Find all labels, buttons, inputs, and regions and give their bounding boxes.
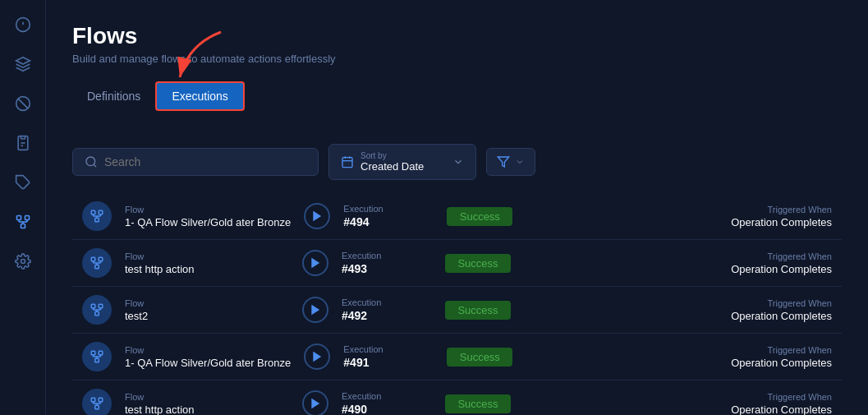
trigger-label: Triggered When	[731, 392, 832, 402]
execution-label: Execution	[342, 297, 432, 307]
svg-rect-35	[99, 257, 103, 261]
execution-number: #493	[342, 262, 432, 275]
block-icon[interactable]	[11, 92, 34, 115]
tab-definitions[interactable]: Definitions	[72, 83, 155, 109]
trigger-info: Triggered When Operation Completes	[731, 205, 832, 228]
page-title: Flows	[72, 23, 842, 49]
execution-info: Execution #491	[343, 344, 434, 369]
sidebar	[0, 0, 46, 415]
execution-label: Execution	[343, 204, 434, 214]
tag-icon[interactable]	[11, 171, 34, 194]
sort-value-text: Created Date	[361, 160, 424, 173]
table-row[interactable]: Flow test http action Execution #490 Suc…	[72, 380, 842, 415]
svg-line-20	[94, 164, 96, 167]
toolbar: Sort by Created Date	[72, 144, 842, 180]
trigger-value: Operation Completes	[731, 216, 832, 228]
svg-rect-27	[99, 210, 103, 214]
svg-rect-52	[95, 358, 99, 362]
svg-rect-58	[91, 398, 95, 402]
trigger-label: Triggered When	[731, 205, 832, 214]
trigger-value: Operation Completes	[731, 263, 832, 275]
execution-info: Execution #493	[342, 251, 432, 275]
svg-rect-26	[91, 210, 95, 214]
execution-label: Execution	[343, 344, 434, 354]
tab-executions[interactable]: Executions	[155, 81, 244, 111]
execution-info: Execution #492	[342, 297, 432, 322]
svg-rect-36	[95, 265, 99, 269]
flow-icon-cell	[82, 295, 112, 325]
trigger-value: Operation Completes	[731, 310, 832, 322]
page-subtitle: Build and manage flows to automate actio…	[72, 53, 842, 65]
trigger-info: Triggered When Operation Completes	[731, 345, 832, 369]
svg-rect-21	[342, 158, 352, 168]
flow-label: Flow	[125, 298, 289, 308]
main-content: Flows Build and manage flows to automate…	[46, 0, 868, 415]
svg-rect-12	[21, 224, 25, 228]
calendar-icon	[341, 155, 354, 168]
svg-line-5	[18, 99, 28, 108]
status-badge: Success	[447, 348, 512, 367]
flow-label: Flow	[125, 392, 289, 402]
status-badge: Success	[445, 301, 511, 320]
notifications-icon[interactable]	[11, 13, 34, 36]
trigger-value: Operation Completes	[731, 357, 832, 369]
svg-rect-44	[95, 311, 99, 316]
filter-chevron-icon	[515, 157, 525, 167]
svg-rect-51	[99, 351, 103, 355]
tabs-container: Definitions Executions	[72, 81, 245, 111]
play-button[interactable]	[304, 203, 330, 229]
svg-marker-41	[312, 259, 319, 268]
trigger-info: Triggered When Operation Completes	[731, 251, 832, 275]
svg-rect-42	[91, 304, 95, 308]
table-row[interactable]: Flow 1- QA Flow Silver/Gold ater Bronze …	[72, 193, 842, 240]
settings-icon[interactable]	[11, 250, 34, 273]
layers-icon[interactable]	[11, 53, 34, 76]
trigger-info: Triggered When Operation Completes	[731, 298, 832, 322]
trigger-label: Triggered When	[731, 345, 832, 355]
svg-point-17	[21, 260, 25, 264]
sort-dropdown[interactable]: Sort by Created Date	[328, 144, 476, 180]
clipboard-icon[interactable]	[11, 131, 34, 154]
trigger-label: Triggered When	[731, 298, 832, 308]
flow-name: test http action	[125, 403, 289, 416]
svg-rect-10	[16, 216, 21, 220]
execution-label: Execution	[342, 251, 432, 261]
flow-icon-cell	[82, 389, 112, 415]
flow-info: Flow 1- QA Flow Silver/Gold ater Bronze	[125, 345, 291, 369]
play-button[interactable]	[302, 390, 328, 415]
trigger-label: Triggered When	[731, 251, 832, 261]
play-button[interactable]	[304, 344, 330, 370]
flow-name: 1- QA Flow Silver/Gold ater Bronze	[125, 216, 291, 228]
svg-rect-60	[95, 405, 99, 409]
chevron-down-icon	[452, 156, 464, 168]
search-input[interactable]	[104, 155, 306, 168]
svg-marker-49	[312, 306, 319, 315]
play-button[interactable]	[302, 297, 328, 323]
table-row[interactable]: Flow test2 Execution #492 Success Trigge…	[72, 287, 842, 334]
svg-marker-25	[498, 157, 508, 167]
status-badge: Success	[445, 394, 511, 413]
execution-number: #492	[342, 309, 432, 322]
flow-icon-cell	[82, 201, 112, 231]
flows-icon[interactable]	[11, 210, 34, 233]
table-row[interactable]: Flow test http action Execution #493 Suc…	[72, 240, 842, 287]
flow-info: Flow 1- QA Flow Silver/Gold ater Bronze	[125, 205, 291, 228]
flow-name: test2	[125, 310, 289, 322]
table-row[interactable]: Flow 1- QA Flow Silver/Gold ater Bronze …	[72, 334, 842, 380]
svg-marker-57	[314, 353, 320, 362]
filter-button[interactable]	[486, 148, 535, 176]
flow-icon-cell	[82, 342, 112, 371]
search-box[interactable]	[72, 148, 319, 176]
svg-point-19	[86, 157, 95, 166]
execution-number: #491	[343, 356, 434, 369]
sort-by-text: Sort by	[361, 151, 424, 160]
svg-marker-65	[312, 399, 319, 408]
flows-list: Flow 1- QA Flow Silver/Gold ater Bronze …	[72, 193, 842, 415]
play-button[interactable]	[302, 250, 328, 276]
status-badge: Success	[445, 254, 511, 273]
search-icon	[85, 155, 98, 168]
flow-name: 1- QA Flow Silver/Gold ater Bronze	[125, 357, 291, 369]
svg-rect-43	[99, 304, 103, 308]
execution-number: #494	[343, 215, 434, 228]
svg-rect-28	[95, 218, 99, 222]
